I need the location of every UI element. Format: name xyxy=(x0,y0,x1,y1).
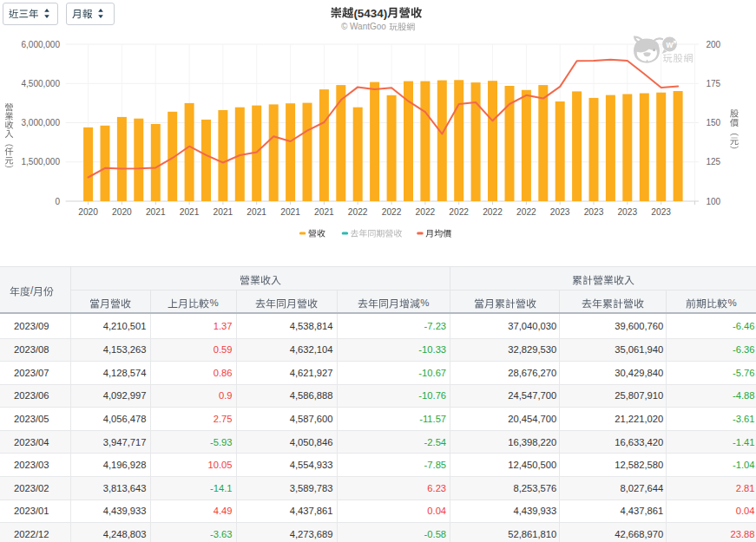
svg-text:2022: 2022 xyxy=(382,207,402,217)
svg-text:2022: 2022 xyxy=(483,207,503,217)
svg-text:2021: 2021 xyxy=(247,207,266,217)
svg-text:6,000,000: 6,000,000 xyxy=(22,40,61,49)
svg-text:(5434): (5434) xyxy=(353,7,387,20)
svg-text:2023: 2023 xyxy=(584,207,604,217)
svg-text:2021: 2021 xyxy=(180,207,200,217)
svg-text:2021: 2021 xyxy=(214,207,233,217)
svg-text:150: 150 xyxy=(707,118,721,127)
svg-text:2023: 2023 xyxy=(550,207,570,217)
svg-text:200: 200 xyxy=(707,40,721,49)
svg-text:2022: 2022 xyxy=(348,207,368,217)
svg-text:3,000,000: 3,000,000 xyxy=(22,118,61,127)
svg-text:2023: 2023 xyxy=(651,207,671,217)
svg-text:4,500,000: 4,500,000 xyxy=(22,79,61,88)
svg-text:2022: 2022 xyxy=(516,207,536,217)
svg-text:1,500,000: 1,500,000 xyxy=(22,157,61,167)
svg-text:2022: 2022 xyxy=(449,207,469,217)
svg-text:2021: 2021 xyxy=(314,207,334,217)
svg-text:2020: 2020 xyxy=(112,207,132,217)
svg-text:2023: 2023 xyxy=(617,207,637,217)
svg-text:2022: 2022 xyxy=(416,207,436,217)
svg-text:2021: 2021 xyxy=(146,207,166,217)
svg-text:125: 125 xyxy=(707,157,721,167)
svg-text:175: 175 xyxy=(707,79,721,88)
svg-text:2020: 2020 xyxy=(78,207,98,217)
svg-text:w: w xyxy=(666,40,674,49)
svg-text:© WantGoo: © WantGoo xyxy=(341,22,386,31)
svg-text:100: 100 xyxy=(707,197,721,206)
svg-text:0: 0 xyxy=(55,197,60,206)
svg-text:2021: 2021 xyxy=(280,207,300,217)
